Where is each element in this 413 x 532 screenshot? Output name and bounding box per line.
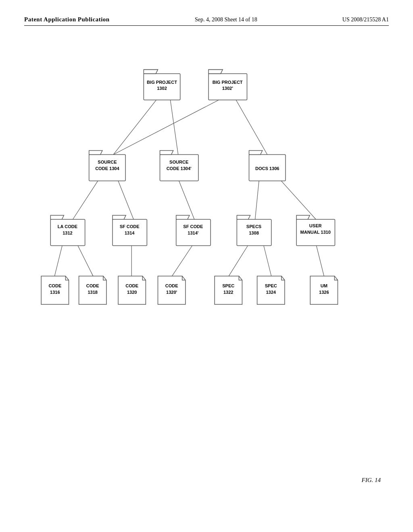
svg-text:1320': 1320' — [166, 290, 177, 295]
node-user-manual-1310: USER MANUAL 1310 — [296, 215, 335, 245]
svg-text:DOCS 1306: DOCS 1306 — [255, 166, 279, 171]
svg-text:UM: UM — [321, 283, 327, 288]
svg-marker-36 — [50, 215, 64, 219]
svg-line-13 — [229, 244, 249, 276]
svg-text:LA CODE: LA CODE — [58, 224, 77, 229]
svg-text:1318: 1318 — [88, 290, 98, 295]
diagram-area: BIG PROJECT 1302 BIG PROJECT 1302' SOURC… — [24, 58, 389, 332]
date-sheet-label: Sep. 4, 2008 Sheet 14 of 18 — [195, 17, 257, 23]
svg-line-0 — [113, 98, 158, 155]
svg-text:1308: 1308 — [249, 231, 259, 235]
page-header: Patent Application Publication Sep. 4, 2… — [24, 16, 389, 26]
publication-label: Patent Application Publication — [24, 16, 110, 23]
svg-text:CODE 1304: CODE 1304 — [95, 166, 119, 171]
svg-line-15 — [316, 244, 324, 276]
node-spec-1322: SPEC 1322 — [215, 276, 242, 304]
svg-line-7 — [255, 179, 259, 219]
svg-marker-48 — [237, 215, 250, 219]
node-code-1318: CODE 1318 — [79, 276, 106, 304]
figure-label: FIG. 14 — [362, 477, 381, 484]
node-sf-code-1314p: SF CODE 1314' — [176, 215, 211, 245]
svg-text:CODE: CODE — [48, 283, 61, 288]
svg-text:CODE: CODE — [165, 283, 178, 288]
svg-marker-25 — [89, 151, 102, 155]
svg-marker-44 — [176, 215, 190, 219]
svg-line-1 — [170, 98, 178, 155]
svg-marker-52 — [296, 215, 310, 219]
svg-line-5 — [117, 179, 133, 219]
svg-text:BIG PROJECT: BIG PROJECT — [213, 80, 243, 85]
svg-text:SOURCE: SOURCE — [98, 160, 117, 164]
node-big-project-1302: BIG PROJECT 1302 — [144, 70, 180, 100]
svg-text:BIG PROJECT: BIG PROJECT — [147, 80, 177, 85]
svg-text:1314': 1314' — [188, 231, 199, 235]
svg-text:1314: 1314 — [125, 231, 135, 235]
node-source-code-1304p: SOURCE CODE 1304' — [160, 151, 198, 181]
node-code-1320: CODE 1320 — [118, 276, 146, 304]
node-code-1316: CODE 1316 — [41, 276, 69, 304]
node-sf-code-1314: SF CODE 1314 — [113, 215, 147, 245]
svg-line-6 — [178, 179, 194, 219]
svg-marker-29 — [160, 151, 173, 155]
node-source-code-1304: SOURCE CODE 1304 — [89, 151, 125, 181]
svg-text:SPECS: SPECS — [246, 224, 261, 229]
svg-text:CODE: CODE — [125, 283, 138, 288]
svg-text:1322: 1322 — [223, 290, 234, 295]
svg-marker-17 — [144, 70, 158, 74]
svg-text:SOURCE: SOURCE — [169, 160, 188, 164]
node-spec-1324: SPEC 1324 — [257, 276, 285, 304]
svg-text:1320: 1320 — [127, 290, 137, 295]
svg-line-14 — [263, 244, 271, 276]
svg-marker-33 — [249, 151, 262, 155]
svg-text:1316: 1316 — [50, 290, 60, 295]
svg-text:1324: 1324 — [266, 290, 276, 295]
diagram-svg: BIG PROJECT 1302 BIG PROJECT 1302' SOURC… — [24, 58, 389, 332]
page: Patent Application Publication Sep. 4, 2… — [0, 0, 413, 532]
node-specs-1308: SPECS 1308 — [237, 215, 271, 245]
svg-text:SPEC: SPEC — [222, 283, 234, 288]
node-big-project-1302p: BIG PROJECT 1302' — [209, 70, 247, 100]
svg-marker-21 — [209, 70, 223, 74]
svg-text:1302: 1302 — [157, 86, 167, 91]
svg-text:SF CODE: SF CODE — [120, 224, 140, 229]
svg-line-10 — [77, 244, 93, 276]
svg-text:USER: USER — [309, 223, 322, 228]
node-code-1320p: CODE 1320' — [158, 276, 185, 304]
patent-number-label: US 2008/215528 A1 — [342, 17, 389, 23]
svg-line-8 — [280, 179, 316, 219]
svg-line-12 — [172, 244, 194, 276]
svg-text:1326: 1326 — [319, 290, 329, 295]
node-la-code-1312: LA CODE 1312 — [50, 215, 85, 245]
svg-line-3 — [235, 98, 267, 155]
svg-marker-40 — [113, 215, 126, 219]
node-um-1326: UM 1326 — [310, 276, 338, 304]
svg-line-4 — [73, 179, 99, 219]
node-docs-1306: DOCS 1306 — [249, 151, 285, 181]
svg-text:SF CODE: SF CODE — [183, 224, 203, 229]
svg-text:1312: 1312 — [63, 231, 73, 235]
svg-text:1302': 1302' — [222, 86, 234, 91]
svg-line-9 — [54, 244, 63, 276]
svg-line-2 — [113, 98, 223, 155]
svg-text:SPEC: SPEC — [265, 283, 277, 288]
svg-text:CODE 1304': CODE 1304' — [167, 166, 192, 171]
svg-text:MANUAL 1310: MANUAL 1310 — [300, 230, 331, 235]
svg-text:CODE: CODE — [86, 283, 99, 288]
